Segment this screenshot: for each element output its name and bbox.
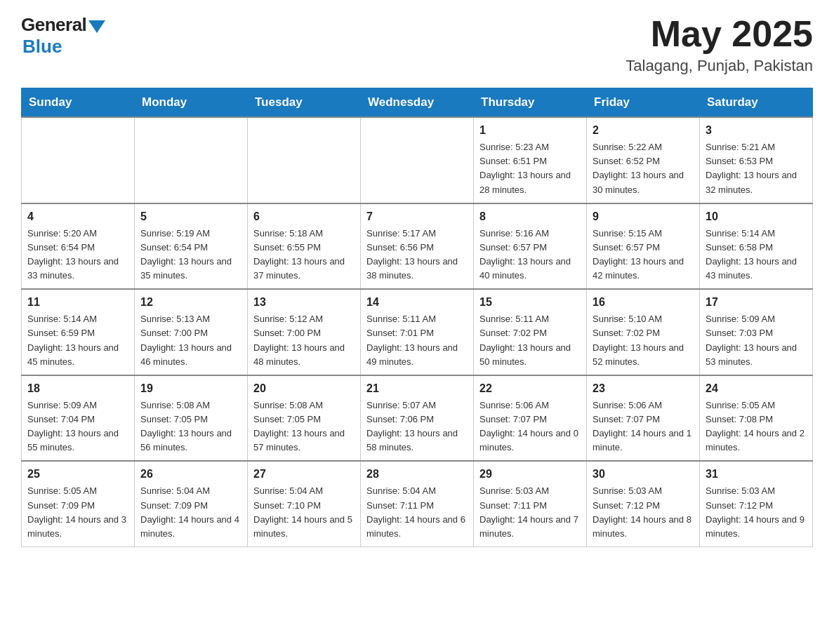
day-number: 5: [140, 208, 241, 225]
day-info: Sunrise: 5:22 AMSunset: 6:52 PMDaylight:…: [593, 140, 694, 197]
calendar-cell: 12Sunrise: 5:13 AMSunset: 7:00 PMDayligh…: [135, 289, 248, 375]
week-row-1: 1Sunrise: 5:23 AMSunset: 6:51 PMDaylight…: [22, 117, 813, 203]
calendar-cell: 8Sunrise: 5:16 AMSunset: 6:57 PMDaylight…: [474, 203, 587, 290]
calendar-cell: [248, 117, 361, 203]
day-number: 12: [140, 294, 241, 311]
day-info: Sunrise: 5:23 AMSunset: 6:51 PMDaylight:…: [479, 140, 581, 197]
calendar-cell: 5Sunrise: 5:19 AMSunset: 6:54 PMDaylight…: [135, 203, 248, 290]
calendar-cell: 28Sunrise: 5:04 AMSunset: 7:11 PMDayligh…: [361, 461, 474, 546]
calendar-cell: 2Sunrise: 5:22 AMSunset: 6:52 PMDaylight…: [587, 117, 700, 203]
calendar-cell: 6Sunrise: 5:18 AMSunset: 6:55 PMDaylight…: [248, 203, 361, 290]
day-info: Sunrise: 5:04 AMSunset: 7:11 PMDaylight:…: [366, 484, 468, 541]
calendar-cell: 20Sunrise: 5:08 AMSunset: 7:05 PMDayligh…: [248, 375, 361, 462]
calendar-cell: 22Sunrise: 5:06 AMSunset: 7:07 PMDayligh…: [474, 375, 587, 462]
weekday-header-tuesday: Tuesday: [248, 88, 361, 118]
day-number: 30: [593, 466, 694, 483]
day-info: Sunrise: 5:11 AMSunset: 7:02 PMDaylight:…: [479, 312, 581, 369]
calendar-cell: 23Sunrise: 5:06 AMSunset: 7:07 PMDayligh…: [587, 375, 700, 462]
calendar-cell: 3Sunrise: 5:21 AMSunset: 6:53 PMDaylight…: [700, 117, 813, 203]
calendar-cell: 25Sunrise: 5:05 AMSunset: 7:09 PMDayligh…: [22, 461, 135, 546]
month-year-title: May 2025: [626, 14, 813, 54]
day-info: Sunrise: 5:20 AMSunset: 6:54 PMDaylight:…: [27, 227, 128, 283]
day-number: 31: [706, 466, 807, 483]
calendar-cell: 21Sunrise: 5:07 AMSunset: 7:06 PMDayligh…: [361, 375, 474, 462]
week-row-2: 4Sunrise: 5:20 AMSunset: 6:54 PMDaylight…: [22, 203, 813, 290]
calendar-cell: 7Sunrise: 5:17 AMSunset: 6:56 PMDaylight…: [361, 203, 474, 290]
day-info: Sunrise: 5:14 AMSunset: 6:58 PMDaylight:…: [706, 227, 807, 283]
day-info: Sunrise: 5:19 AMSunset: 6:54 PMDaylight:…: [140, 227, 241, 283]
day-info: Sunrise: 5:04 AMSunset: 7:09 PMDaylight:…: [140, 484, 241, 541]
calendar-cell: 30Sunrise: 5:03 AMSunset: 7:12 PMDayligh…: [587, 461, 700, 546]
day-info: Sunrise: 5:09 AMSunset: 7:03 PMDaylight:…: [706, 312, 807, 369]
day-info: Sunrise: 5:08 AMSunset: 7:05 PMDaylight:…: [140, 398, 241, 455]
calendar-cell: 26Sunrise: 5:04 AMSunset: 7:09 PMDayligh…: [135, 461, 248, 546]
day-info: Sunrise: 5:13 AMSunset: 7:00 PMDaylight:…: [140, 312, 241, 369]
day-info: Sunrise: 5:21 AMSunset: 6:53 PMDaylight:…: [706, 140, 807, 197]
weekday-header-wednesday: Wednesday: [361, 88, 474, 118]
day-info: Sunrise: 5:04 AMSunset: 7:10 PMDaylight:…: [253, 484, 355, 541]
calendar-cell: 19Sunrise: 5:08 AMSunset: 7:05 PMDayligh…: [135, 375, 248, 462]
day-number: 4: [27, 208, 128, 225]
day-number: 29: [479, 466, 581, 483]
day-number: 26: [140, 466, 241, 483]
calendar-cell: [135, 117, 248, 203]
weekday-header-row: SundayMondayTuesdayWednesdayThursdayFrid…: [22, 88, 813, 118]
day-number: 16: [593, 294, 694, 311]
day-number: 22: [479, 380, 581, 397]
day-number: 19: [140, 380, 241, 397]
week-row-5: 25Sunrise: 5:05 AMSunset: 7:09 PMDayligh…: [22, 461, 813, 546]
day-number: 25: [27, 466, 128, 483]
day-number: 28: [366, 466, 468, 483]
day-number: 24: [706, 380, 807, 397]
day-info: Sunrise: 5:16 AMSunset: 6:57 PMDaylight:…: [479, 227, 581, 283]
calendar-cell: [22, 117, 135, 203]
title-section: May 2025 Talagang, Punjab, Pakistan: [626, 14, 813, 75]
day-info: Sunrise: 5:03 AMSunset: 7:12 PMDaylight:…: [706, 484, 807, 541]
day-number: 13: [253, 294, 355, 311]
weekday-header-monday: Monday: [135, 88, 248, 118]
day-number: 11: [27, 294, 128, 311]
calendar-cell: 13Sunrise: 5:12 AMSunset: 7:00 PMDayligh…: [248, 289, 361, 375]
day-info: Sunrise: 5:06 AMSunset: 7:07 PMDaylight:…: [479, 398, 581, 455]
day-number: 14: [366, 294, 468, 311]
calendar-cell: 4Sunrise: 5:20 AMSunset: 6:54 PMDaylight…: [22, 203, 135, 290]
day-info: Sunrise: 5:10 AMSunset: 7:02 PMDaylight:…: [593, 312, 694, 369]
day-info: Sunrise: 5:15 AMSunset: 6:57 PMDaylight:…: [593, 227, 694, 283]
day-number: 23: [593, 380, 694, 397]
day-info: Sunrise: 5:11 AMSunset: 7:01 PMDaylight:…: [366, 312, 468, 369]
week-row-4: 18Sunrise: 5:09 AMSunset: 7:04 PMDayligh…: [22, 375, 813, 462]
day-number: 21: [366, 380, 468, 397]
day-info: Sunrise: 5:06 AMSunset: 7:07 PMDaylight:…: [593, 398, 694, 455]
page-header: General Blue May 2025 Talagang, Punjab, …: [21, 14, 813, 75]
day-info: Sunrise: 5:03 AMSunset: 7:12 PMDaylight:…: [593, 484, 694, 541]
day-number: 7: [366, 208, 468, 225]
day-number: 3: [706, 122, 807, 139]
calendar-cell: 11Sunrise: 5:14 AMSunset: 6:59 PMDayligh…: [22, 289, 135, 375]
weekday-header-saturday: Saturday: [700, 88, 813, 118]
week-row-3: 11Sunrise: 5:14 AMSunset: 6:59 PMDayligh…: [22, 289, 813, 375]
calendar-cell: 29Sunrise: 5:03 AMSunset: 7:11 PMDayligh…: [474, 461, 587, 546]
day-number: 18: [27, 380, 128, 397]
day-info: Sunrise: 5:08 AMSunset: 7:05 PMDaylight:…: [253, 398, 355, 455]
calendar-cell: 14Sunrise: 5:11 AMSunset: 7:01 PMDayligh…: [361, 289, 474, 375]
calendar-cell: 15Sunrise: 5:11 AMSunset: 7:02 PMDayligh…: [474, 289, 587, 375]
weekday-header-sunday: Sunday: [22, 88, 135, 118]
day-number: 8: [479, 208, 581, 225]
logo-general-text: General: [21, 14, 86, 36]
calendar-cell: 9Sunrise: 5:15 AMSunset: 6:57 PMDaylight…: [587, 203, 700, 290]
day-number: 1: [479, 122, 581, 139]
day-info: Sunrise: 5:07 AMSunset: 7:06 PMDaylight:…: [366, 398, 468, 455]
day-number: 27: [253, 466, 355, 483]
day-number: 2: [593, 122, 694, 139]
day-number: 17: [706, 294, 807, 311]
weekday-header-friday: Friday: [587, 88, 700, 118]
day-info: Sunrise: 5:05 AMSunset: 7:09 PMDaylight:…: [27, 484, 128, 541]
logo-blue-text: Blue: [22, 36, 62, 58]
calendar-cell: 10Sunrise: 5:14 AMSunset: 6:58 PMDayligh…: [700, 203, 813, 290]
day-number: 6: [253, 208, 355, 225]
calendar-cell: [361, 117, 474, 203]
day-info: Sunrise: 5:17 AMSunset: 6:56 PMDaylight:…: [366, 227, 468, 283]
day-number: 15: [479, 294, 581, 311]
calendar-table: SundayMondayTuesdayWednesdayThursdayFrid…: [21, 88, 813, 547]
calendar-cell: 24Sunrise: 5:05 AMSunset: 7:08 PMDayligh…: [700, 375, 813, 462]
